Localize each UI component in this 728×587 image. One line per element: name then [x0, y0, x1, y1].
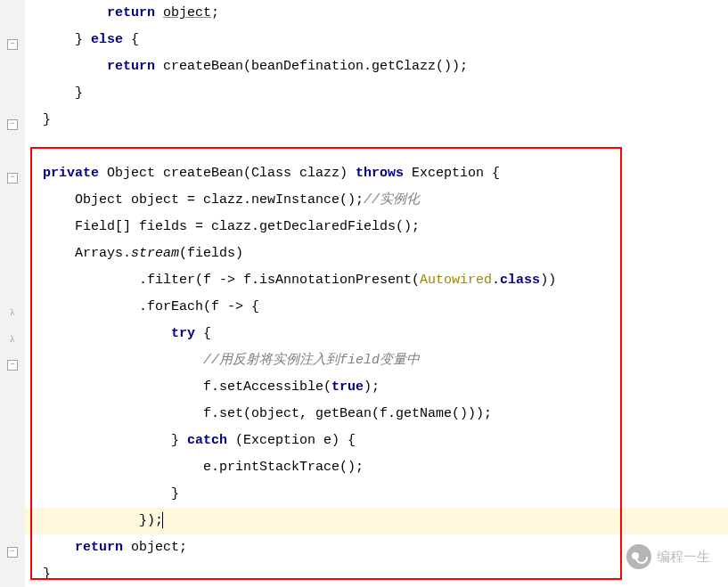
keyword-catch: catch	[187, 433, 227, 448]
keyword-private: private	[43, 166, 99, 181]
keyword-try: try	[171, 326, 195, 341]
keyword-else: else	[91, 32, 123, 47]
code-line[interactable]: Arrays.stream(fields)	[25, 241, 728, 267]
code-line[interactable]: return createBean(beanDefination.getClaz…	[25, 53, 728, 80]
code-line[interactable]: }	[25, 80, 728, 107]
code-editor[interactable]: − − − λ λ − − return object; } else { re…	[0, 0, 728, 587]
comment: //用反射将实例注入到field变量中	[203, 353, 420, 368]
code-area[interactable]: return object; } else { return createBea…	[25, 0, 728, 587]
keyword-return: return	[75, 540, 123, 555]
code-line[interactable]: //用反射将实例注入到field变量中	[25, 347, 728, 374]
param: object	[251, 406, 299, 421]
lambda-icon: λ	[0, 325, 25, 352]
code-line[interactable]: Field[] fields = clazz.getDeclaredFields…	[25, 214, 728, 241]
code-line[interactable]: } catch (Exception e) {	[25, 428, 728, 454]
code-line[interactable]: } else {	[25, 27, 728, 53]
keyword-true: true	[331, 379, 364, 395]
watermark-icon	[626, 544, 651, 569]
code-line[interactable]: }	[25, 481, 728, 508]
fold-marker[interactable]: −	[0, 31, 25, 58]
fold-marker[interactable]: −	[0, 111, 25, 138]
variable: object	[163, 5, 211, 20]
code-line[interactable]: return object;	[25, 534, 728, 561]
watermark-text: 编程一生	[657, 549, 710, 566]
comment: //实例化	[364, 192, 420, 208]
code-text: Field[] fields = clazz.getDeclaredFields…	[43, 219, 420, 234]
keyword-return: return	[107, 59, 155, 74]
code-line-active[interactable]: });	[25, 508, 728, 534]
keyword-class: class	[500, 273, 540, 288]
code-line[interactable]: return object;	[25, 0, 728, 27]
class-ref: Autowired	[420, 273, 492, 288]
code-line[interactable]	[25, 134, 728, 160]
code-line[interactable]: try {	[25, 321, 728, 347]
code-line[interactable]: .forEach(f -> {	[25, 294, 728, 321]
code-line[interactable]: f.setAccessible(true);	[25, 374, 728, 401]
gutter: − − − λ λ − −	[0, 0, 26, 587]
code-line[interactable]: Object object = clazz.newInstance();//实例…	[25, 187, 728, 214]
watermark: 编程一生	[626, 544, 710, 569]
fold-marker[interactable]: −	[0, 352, 25, 379]
fold-marker[interactable]: −	[0, 165, 25, 192]
code-line[interactable]: }	[25, 561, 728, 587]
code-line[interactable]: e.printStackTrace();	[25, 454, 728, 481]
fold-marker[interactable]: −	[0, 539, 25, 566]
code-line[interactable]: .filter(f -> f.isAnnotationPresent(Autow…	[25, 267, 728, 294]
code-line[interactable]: }	[25, 107, 728, 134]
keyword-throws: throws	[356, 166, 404, 181]
keyword-return: return	[107, 5, 155, 20]
lambda-icon: λ	[0, 298, 25, 325]
code-line[interactable]: f.set(object, getBean(f.getName()));	[25, 401, 728, 428]
code-line[interactable]: private Object createBean(Class clazz) t…	[25, 160, 728, 187]
text-caret	[162, 512, 163, 528]
method: stream	[131, 246, 179, 261]
